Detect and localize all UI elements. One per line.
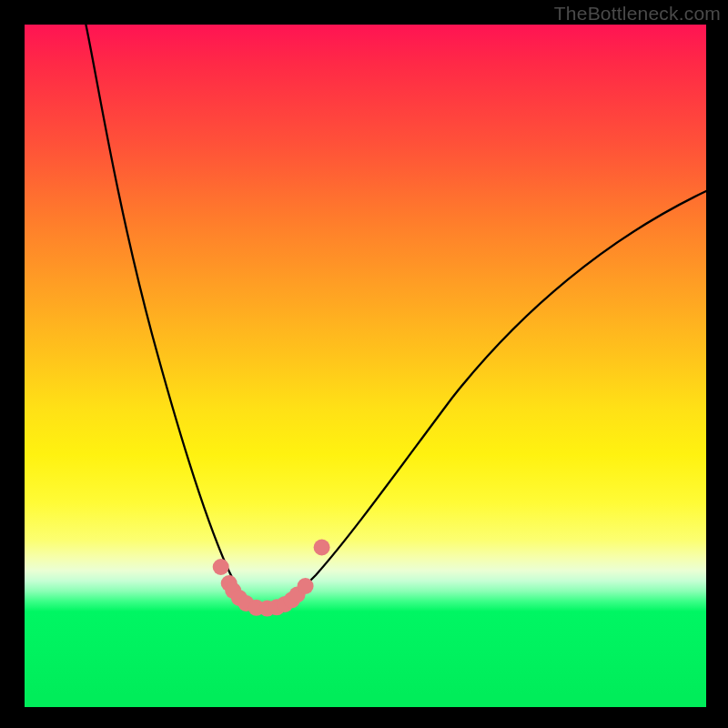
dots-group (213, 540, 330, 617)
marker-layer (25, 25, 706, 707)
plot-area (25, 25, 706, 707)
frame: TheBottleneck.com (0, 0, 728, 728)
dot (213, 559, 229, 575)
dot (314, 540, 330, 556)
watermark-text: TheBottleneck.com (554, 3, 721, 25)
dot (298, 578, 314, 594)
